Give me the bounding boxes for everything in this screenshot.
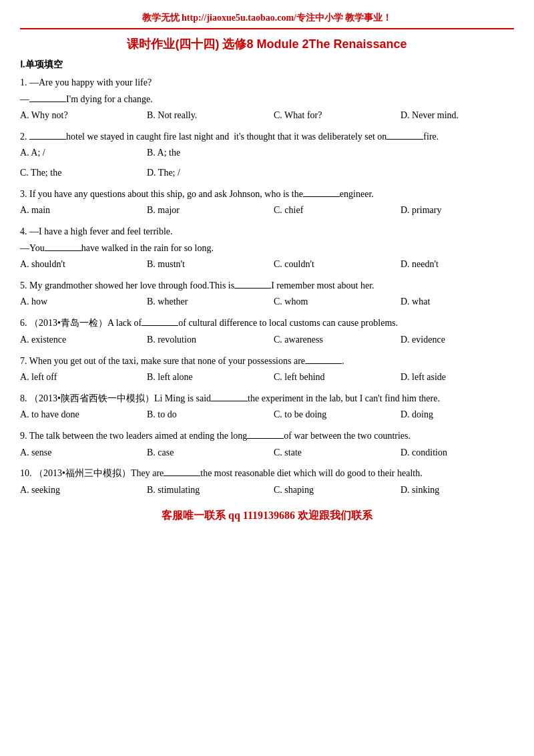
option-4b: B. mustn't: [147, 256, 254, 272]
option-1c: C. What for?: [274, 108, 380, 124]
option-9a: A. sense: [20, 445, 127, 461]
question-4-options: A. shouldn't B. mustn't C. couldn't D. n…: [20, 256, 514, 272]
q7-num: 7.: [20, 356, 27, 366]
option-9b: B. case: [147, 445, 254, 461]
question-4: 4. —I have a high fever and feel terribl…: [20, 224, 514, 272]
question-5: 5. My grandmother showed her love throug…: [20, 278, 514, 310]
option-4c: C. couldn't: [274, 256, 380, 272]
option-6c: C. awareness: [274, 332, 380, 348]
question-8: 8. （2013•陕西省西铁一中模拟）Li Ming is saidthe ex…: [20, 391, 514, 423]
question-2: 2. hotel we stayed in caught fire last n…: [20, 129, 514, 181]
question-7-text: 7. When you get out of the taxi, make su…: [20, 353, 514, 370]
option-3b: B. major: [147, 202, 254, 218]
option-6d: D. evidence: [400, 332, 507, 348]
question-7-options: A. left off B. left alone C. left behind…: [20, 369, 514, 385]
option-5c: C. whom: [274, 294, 380, 310]
option-8b: B. to do: [147, 407, 254, 423]
option-2c: C. The; the: [20, 165, 127, 181]
option-4d: D. needn't: [400, 256, 507, 272]
question-3: 3. If you have any questions about this …: [20, 186, 514, 218]
question-5-text: 5. My grandmother showed her love throug…: [20, 278, 514, 295]
option-5a: A. how: [20, 294, 127, 310]
question-1: 1. —Are you happy with your life? —I'm d…: [20, 75, 514, 124]
option-5d: D. what: [400, 294, 507, 310]
option-7d: D. left aside: [400, 369, 507, 385]
question-1-text: 1. —Are you happy with your life?: [20, 75, 514, 91]
question-1-options: A. Why not? B. Not really. C. What for? …: [20, 108, 514, 124]
question-10-text: 10. （2013•福州三中模拟）They arethe most reason…: [20, 465, 514, 482]
option-3d: D. primary: [400, 202, 507, 218]
option-6b: B. revolution: [147, 332, 254, 348]
question-3-text: 3. If you have any questions about this …: [20, 186, 514, 203]
question-6: 6. （2013•青岛一检）A lack ofof cultural diffe…: [20, 315, 514, 347]
questions-container: 1. —Are you happy with your life? —I'm d…: [20, 75, 514, 498]
option-3c: C. chief: [274, 202, 380, 218]
question-3-options: A. main B. major C. chief D. primary: [20, 202, 514, 218]
option-10b: B. stimulating: [147, 482, 254, 498]
header-banner: 教学无忧 http://jiaoxue5u.taobao.com/专注中小学 教…: [20, 12, 514, 29]
question-5-options: A. how B. whether C. whom D. what: [20, 294, 514, 310]
option-8d: D. doing: [400, 407, 507, 423]
option-2b: B. A; the: [147, 145, 254, 161]
footer-banner: 客服唯一联系 qq 1119139686 欢迎跟我们联系: [20, 509, 514, 523]
option-10c: C. shaping: [274, 482, 380, 498]
question-4-line1: 4. —I have a high fever and feel terribl…: [20, 224, 514, 240]
question-9-text: 9. The talk between the two leaders aime…: [20, 428, 514, 445]
question-10: 10. （2013•福州三中模拟）They arethe most reason…: [20, 465, 514, 498]
option-9c: C. state: [274, 445, 380, 461]
option-8a: A. to have done: [20, 407, 127, 423]
option-8c: C. to be doing: [274, 407, 380, 423]
option-9d: D. condition: [400, 445, 507, 461]
question-9: 9. The talk between the two leaders aime…: [20, 428, 514, 460]
question-4-line2: —Youhave walked in the rain for so long.: [20, 240, 514, 257]
option-6a: A. existence: [20, 332, 127, 348]
option-7b: B. left alone: [147, 369, 254, 385]
q8-num: 8.: [20, 393, 27, 403]
question-6-options: A. existence B. revolution C. awareness …: [20, 332, 514, 348]
option-7a: A. left off: [20, 369, 127, 385]
q10-num: 10.: [20, 468, 32, 478]
option-2a: A. A; /: [20, 145, 127, 161]
q1-num: 1.: [20, 77, 27, 87]
question-2-options-row1: A. A; / B. A; the: [20, 145, 514, 161]
question-2-options-row2: C. The; the D. The; /: [20, 165, 514, 181]
q6-num: 6.: [20, 318, 27, 328]
option-2d: D. The; /: [147, 165, 254, 181]
option-3a: A. main: [20, 202, 127, 218]
option-10d: D. sinking: [400, 482, 507, 498]
question-2-text: 2. hotel we stayed in caught fire last n…: [20, 129, 514, 146]
option-7c: C. left behind: [274, 369, 380, 385]
question-1-line2: —I'm dying for a change.: [20, 91, 514, 108]
option-5b: B. whether: [147, 294, 254, 310]
question-8-options: A. to have done B. to do C. to be doing …: [20, 407, 514, 423]
question-6-text: 6. （2013•青岛一检）A lack ofof cultural diffe…: [20, 315, 514, 332]
page-title: 课时作业(四十四) 选修8 Module 2The Renaissance: [20, 36, 514, 52]
section-label: Ⅰ.单项填空: [20, 59, 514, 71]
q2-num: 2.: [20, 132, 27, 142]
q4-num: 4.: [20, 226, 27, 236]
option-1a: A. Why not?: [20, 108, 127, 124]
option-1d: D. Never mind.: [400, 108, 507, 124]
option-4a: A. shouldn't: [20, 256, 127, 272]
question-8-text: 8. （2013•陕西省西铁一中模拟）Li Ming is saidthe ex…: [20, 391, 514, 407]
q9-num: 9.: [20, 431, 27, 441]
q5-num: 5.: [20, 280, 27, 291]
q3-num: 3.: [20, 189, 27, 199]
option-1b: B. Not really.: [147, 108, 254, 124]
option-10a: A. seeking: [20, 482, 127, 498]
question-10-options: A. seeking B. stimulating C. shaping D. …: [20, 482, 514, 498]
question-9-options: A. sense B. case C. state D. condition: [20, 445, 514, 461]
question-7: 7. When you get out of the taxi, make su…: [20, 353, 514, 385]
